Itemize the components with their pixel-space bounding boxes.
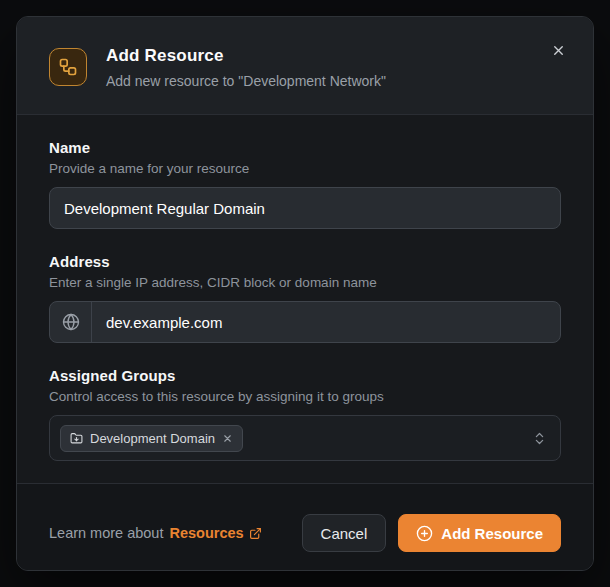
address-field-group: Address Enter a single IP address, CIDR … (49, 253, 561, 343)
name-input[interactable] (49, 187, 561, 229)
groups-helper: Control access to this resource by assig… (49, 389, 561, 404)
external-link-icon (249, 527, 262, 540)
workflow-icon (58, 57, 78, 77)
add-resource-button-label: Add Resource (441, 525, 543, 542)
dialog-title: Add Resource (106, 46, 386, 66)
dialog-header-text: Add Resource Add new resource to "Develo… (106, 46, 386, 89)
chevrons-up-down-icon (532, 431, 547, 446)
learn-more-text: Learn more about Resources (49, 525, 262, 541)
footer-buttons: Cancel Add Resource (302, 514, 561, 552)
folder-down-icon (70, 432, 83, 445)
name-helper: Provide a name for your resource (49, 161, 561, 176)
groups-label: Assigned Groups (49, 367, 561, 384)
add-resource-dialog: Add Resource Add new resource to "Develo… (16, 16, 594, 571)
address-helper: Enter a single IP address, CIDR block or… (49, 275, 561, 290)
chip-remove-icon[interactable] (222, 433, 233, 444)
add-resource-button[interactable]: Add Resource (398, 514, 561, 552)
globe-icon (50, 302, 92, 342)
resource-icon-box (49, 48, 87, 86)
address-label: Address (49, 253, 561, 270)
plus-circle-icon (416, 525, 433, 542)
resources-link-label: Resources (169, 525, 243, 541)
group-chip-label: Development Domain (90, 431, 215, 446)
x-icon (551, 43, 566, 58)
address-input[interactable] (92, 302, 560, 342)
dialog-subtitle: Add new resource to "Development Network… (106, 73, 386, 89)
dialog-footer: Learn more about Resources Cancel (17, 483, 593, 571)
name-field-group: Name Provide a name for your resource (49, 139, 561, 229)
name-label: Name (49, 139, 561, 156)
group-chip: Development Domain (60, 425, 243, 452)
close-button[interactable] (547, 39, 569, 61)
dialog-header: Add Resource Add new resource to "Develo… (17, 17, 593, 115)
resources-link[interactable]: Resources (169, 525, 261, 541)
groups-select[interactable]: Development Domain (49, 415, 561, 461)
cancel-button[interactable]: Cancel (302, 514, 387, 552)
learn-more-prefix: Learn more about (49, 525, 163, 541)
dialog-body: Name Provide a name for your resource Ad… (17, 115, 593, 483)
groups-field-group: Assigned Groups Control access to this r… (49, 367, 561, 461)
